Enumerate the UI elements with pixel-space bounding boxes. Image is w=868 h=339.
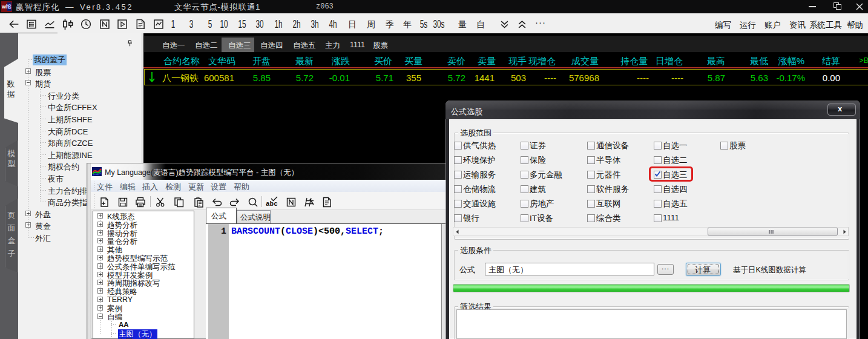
svg-text:8: 8 bbox=[8, 4, 12, 10]
